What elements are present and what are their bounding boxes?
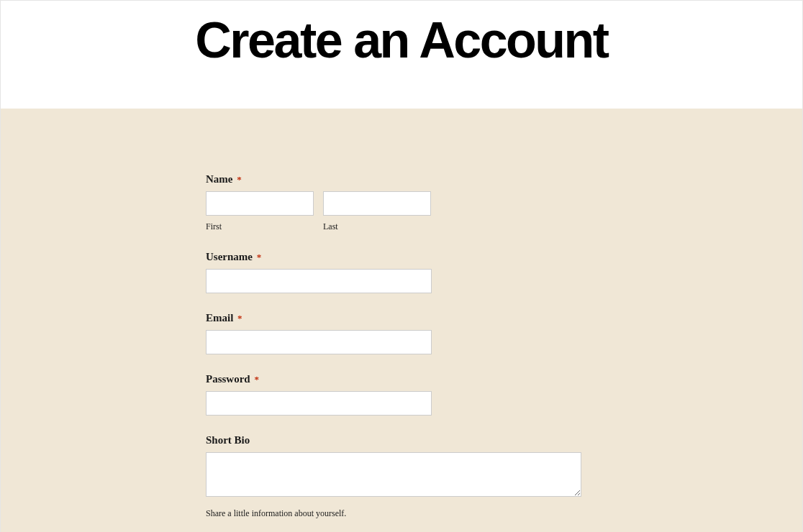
- name-label: Name *: [206, 173, 603, 185]
- page-title: Create an Account: [1, 15, 802, 65]
- username-label: Username *: [206, 251, 603, 263]
- form-section: Name * First Last Username: [1, 109, 802, 532]
- bio-field-group: Short Bio Share a little information abo…: [206, 434, 603, 519]
- name-field-group: Name * First Last: [206, 173, 603, 232]
- name-row: First Last: [206, 191, 603, 232]
- required-mark: *: [237, 174, 242, 185]
- password-field-group: Password *: [206, 373, 603, 416]
- required-mark: *: [237, 313, 242, 324]
- bio-label: Short Bio: [206, 434, 603, 446]
- required-mark: *: [254, 374, 259, 385]
- email-field-group: Email *: [206, 312, 603, 354]
- bio-label-text: Short Bio: [206, 434, 250, 446]
- email-label-text: Email: [206, 312, 233, 324]
- email-input[interactable]: [206, 330, 432, 354]
- username-field-group: Username *: [206, 251, 603, 293]
- form-container: Name * First Last Username: [200, 173, 603, 532]
- bio-textarea[interactable]: [206, 452, 581, 497]
- password-label-text: Password: [206, 373, 250, 385]
- last-name-sublabel: Last: [323, 221, 431, 232]
- name-label-text: Name: [206, 173, 233, 185]
- username-label-text: Username: [206, 251, 253, 262]
- username-input[interactable]: [206, 269, 432, 293]
- header-section: Create an Account: [1, 1, 802, 109]
- required-mark: *: [257, 252, 262, 262]
- last-name-input[interactable]: [323, 191, 431, 216]
- password-label: Password *: [206, 373, 603, 385]
- first-name-input[interactable]: [206, 191, 314, 216]
- bio-helper-text: Share a little information about yoursel…: [206, 508, 603, 519]
- first-name-sublabel: First: [206, 221, 314, 232]
- email-label: Email *: [206, 312, 603, 324]
- first-name-col: First: [206, 191, 314, 232]
- password-input[interactable]: [206, 391, 432, 416]
- last-name-col: Last: [323, 191, 431, 232]
